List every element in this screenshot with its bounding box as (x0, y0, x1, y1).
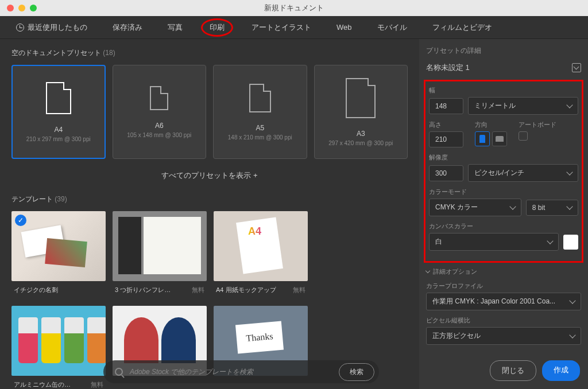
preset-a4[interactable]: A4 210 x 297 mm @ 300 ppi (11, 65, 106, 159)
tab-print[interactable]: 印刷 (201, 18, 233, 37)
document-icon (150, 86, 168, 110)
chevron-down-icon (566, 102, 572, 108)
chevron-down-icon (569, 332, 575, 338)
bit-depth-dropdown[interactable]: 8 bit (526, 200, 578, 216)
save-preset-icon[interactable] (572, 63, 581, 72)
chevron-down-icon (569, 297, 575, 304)
pixel-ratio-dropdown[interactable]: 正方形ピクセル (426, 327, 581, 345)
orientation-landscape[interactable] (492, 131, 507, 146)
width-input[interactable]: 148 (429, 98, 463, 114)
search-input[interactable]: Adobe Stock で他のテンプレートを検索 (130, 367, 332, 377)
color-profile-label: カラープロファイル (426, 282, 581, 290)
chevron-down-icon (566, 203, 572, 209)
preset-a3[interactable]: A3 297 x 420 mm @ 300 ppi (314, 65, 408, 159)
color-mode-label: カラーモード (429, 188, 578, 196)
template-thumbnail (11, 306, 106, 376)
preset-name-input[interactable]: 名称未設定 1 (426, 63, 470, 73)
search-bar: Adobe Stock で他のテンプレートを検索 検索 (103, 360, 379, 383)
close-button[interactable]: 閉じる (490, 360, 536, 381)
tab-mobile[interactable]: モバイル (370, 19, 414, 36)
canvas-color-swatch[interactable] (563, 235, 578, 250)
document-icon (46, 82, 71, 114)
check-icon: ✓ (15, 215, 26, 226)
show-all-presets[interactable]: すべてのプリセットを表示 + (11, 170, 408, 181)
preset-section-title: 空のドキュメントプリセット (18) (11, 48, 408, 58)
preset-details-panel: プリセットの詳細 名称未設定 1 幅 148 ミリメートル 高さ 210 方向 (419, 39, 588, 389)
window-controls (0, 5, 37, 11)
artboard-label: アートボード (519, 120, 556, 129)
preset-a6[interactable]: A6 105 x 148 mm @ 300 ppi (113, 65, 207, 159)
height-input[interactable]: 210 (429, 131, 463, 147)
window-title: 新規ドキュメント (264, 3, 324, 13)
close-window-icon[interactable] (7, 5, 14, 11)
orientation-label: 方向 (475, 120, 507, 129)
canvas-color-dropdown[interactable]: 白 (429, 233, 559, 251)
tab-recent[interactable]: 最近使用したもの (9, 19, 94, 36)
resolution-unit-dropdown[interactable]: ピクセル/インチ (468, 164, 578, 182)
preset-a5[interactable]: A5 148 x 210 mm @ 300 ppi (213, 65, 307, 159)
height-label: 高さ (429, 120, 463, 129)
titlebar: 新規ドキュメント (0, 0, 588, 16)
document-icon (249, 84, 271, 112)
template-item[interactable]: ✓ イチジクの名刺 (11, 211, 106, 299)
minimize-window-icon[interactable] (18, 5, 25, 11)
highlighted-settings: 幅 148 ミリメートル 高さ 210 方向 アートボード (424, 80, 583, 263)
landscape-icon (496, 136, 504, 142)
tab-art[interactable]: アートとイラスト (245, 19, 318, 36)
chevron-down-icon (566, 169, 572, 175)
unit-dropdown[interactable]: ミリメートル (468, 97, 578, 115)
canvas-color-label: カンバスカラー (429, 222, 578, 231)
color-profile-dropdown[interactable]: 作業用 CMYK : Japan Color 2001 Coa... (426, 293, 581, 310)
chevron-down-icon (425, 269, 430, 273)
clock-icon (16, 24, 24, 32)
chevron-down-icon (509, 203, 516, 209)
width-label: 幅 (429, 86, 578, 95)
resolution-input[interactable]: 300 (429, 165, 463, 181)
portrait-icon (479, 135, 485, 143)
template-thumbnail (214, 211, 308, 281)
maximize-window-icon[interactable] (30, 5, 37, 11)
create-button[interactable]: 作成 (542, 360, 580, 381)
search-button[interactable]: 検索 (339, 363, 374, 381)
template-item[interactable]: A4 用紙モックアップ無料 (214, 211, 308, 299)
search-icon (115, 368, 123, 376)
tab-saved[interactable]: 保存済み (106, 19, 149, 36)
category-tabs: 最近使用したもの 保存済み 写真 印刷 アートとイラスト Web モバイル フィ… (0, 16, 588, 39)
advanced-options-toggle[interactable]: 詳細オプション (424, 267, 583, 276)
template-thumbnail (113, 211, 207, 281)
tab-photo[interactable]: 写真 (161, 19, 189, 36)
document-icon (346, 78, 376, 118)
color-mode-dropdown[interactable]: CMYK カラー (429, 199, 521, 216)
template-thumbnail: ✓ (11, 211, 106, 281)
pixel-ratio-label: ピクセル縦横比 (426, 316, 581, 325)
resolution-label: 解像度 (429, 153, 578, 162)
left-panel: 空のドキュメントプリセット (18) A4 210 x 297 mm @ 300… (0, 39, 419, 389)
orientation-portrait[interactable] (475, 131, 490, 146)
template-item[interactable]: 3 つ折りパンフレ…無料 (113, 211, 207, 299)
chevron-down-icon (547, 238, 553, 244)
tab-web[interactable]: Web (330, 20, 359, 35)
template-item[interactable]: アルミニウム缶の…無料 (11, 306, 106, 389)
template-section-title: テンプレート (39) (11, 194, 408, 204)
artboard-checkbox[interactable] (519, 131, 528, 141)
tab-film[interactable]: フィルムとビデオ (425, 19, 499, 36)
details-title: プリセットの詳細 (424, 46, 583, 56)
